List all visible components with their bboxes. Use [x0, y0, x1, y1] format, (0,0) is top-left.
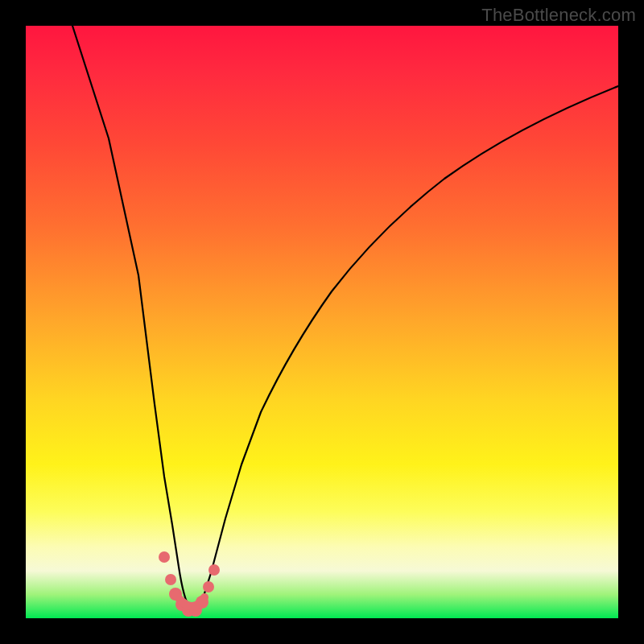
chart-svg: [26, 26, 618, 618]
watermark-text: TheBottleneck.com: [481, 5, 636, 26]
chart-frame: TheBottleneck.com: [0, 0, 644, 644]
highlight-dot: [208, 564, 220, 576]
highlight-arc: [175, 594, 204, 606]
highlight-dot: [203, 581, 214, 592]
highlight-dot: [165, 574, 176, 585]
bottleneck-curve: [72, 26, 618, 612]
highlight-dot-group: [159, 551, 220, 617]
chart-plot-area: [26, 26, 618, 618]
highlight-dot: [159, 551, 170, 563]
